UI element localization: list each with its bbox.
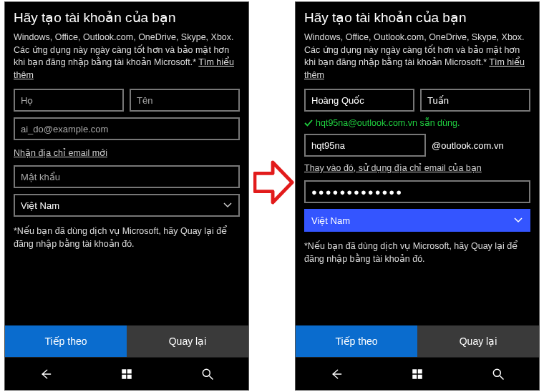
svg-point-4 [203,369,210,376]
svg-line-11 [500,376,504,379]
search-icon[interactable] [490,366,506,382]
country-select[interactable]: Việt Nam [14,194,240,217]
last-name-field[interactable]: Họ [14,89,124,112]
back-button[interactable]: Quay lại [417,325,539,357]
svg-rect-1 [127,369,132,373]
windows-icon[interactable] [119,366,135,382]
next-button[interactable]: Tiếp theo [296,325,417,357]
availability-text: hqt95na@outlook.com.vn sẵn dùng. [316,117,460,128]
chevron-down-icon [513,215,523,225]
screen-before: Hãy tạo tài khoản của bạn Windows, Offic… [4,1,249,391]
button-bar: Tiếp theo Quay lại [296,325,539,357]
button-bar: Tiếp theo Quay lại [5,325,248,357]
description-text: Windows, Office, Outlook.com, OneDrive, … [14,31,240,82]
page-title: Hãy tạo tài khoản của bạn [296,2,539,31]
svg-rect-7 [418,369,422,373]
footer-note: *Nếu bạn đã dùng dịch vụ Microsoft, hãy … [304,240,530,265]
get-new-email-link[interactable]: Nhận địa chỉ email mới [14,147,107,158]
use-own-email-link[interactable]: Thay vào đó, sử dụng địa chỉ email của b… [304,162,482,173]
email-field[interactable]: ai_do@example.com [14,117,240,140]
first-name-field[interactable]: Tên [130,89,240,112]
availability-status: hqt95na@outlook.com.vn sẵn dùng. [304,117,530,128]
first-name-field[interactable]: Tuấn [420,89,530,112]
system-nav [296,357,539,390]
back-icon[interactable] [38,366,54,382]
footer-note: *Nếu bạn đã dùng dịch vụ Microsoft, hãy … [14,225,240,250]
svg-rect-8 [412,374,417,378]
svg-rect-2 [122,374,126,378]
country-select[interactable]: Việt Nam [304,209,530,232]
country-value: Việt Nam [21,200,59,211]
next-button[interactable]: Tiếp theo [5,325,127,357]
alias-field[interactable]: hqt95na [304,134,426,157]
password-field[interactable]: Mật khẩu [14,165,240,188]
chevron-down-icon [223,200,233,210]
description-text: Windows, Office, Outlook.com, OneDrive, … [304,31,530,82]
screen-after: Hãy tạo tài khoản của bạn Windows, Offic… [295,1,540,391]
password-field[interactable]: ●●●●●●●●●●●●● [304,180,530,203]
svg-rect-3 [127,374,132,378]
check-icon [304,119,313,127]
search-icon[interactable] [200,366,215,382]
svg-rect-0 [122,369,126,373]
back-icon[interactable] [329,366,344,382]
svg-point-10 [494,369,501,376]
svg-line-5 [210,376,213,379]
last-name-field[interactable]: Hoàng Quốc [304,89,414,112]
arrow-right-icon [253,157,295,207]
back-button[interactable]: Quay lại [127,325,248,357]
page-title: Hãy tạo tài khoản của bạn [5,2,248,31]
country-value: Việt Nam [311,215,350,226]
svg-rect-9 [418,374,422,378]
email-domain: @outlook.com.vn [432,140,504,151]
svg-rect-6 [412,369,417,373]
system-nav [5,357,248,390]
windows-icon[interactable] [409,366,425,382]
